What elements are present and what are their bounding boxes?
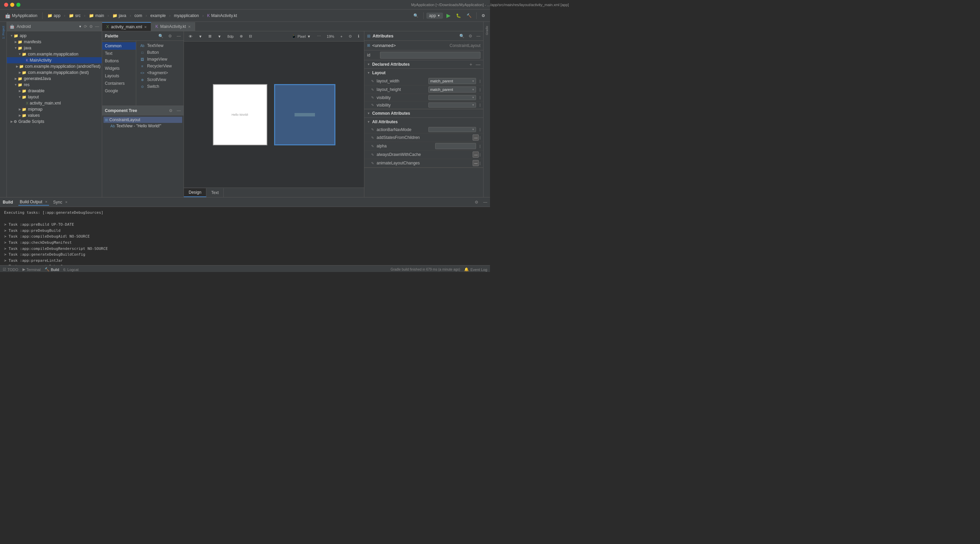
magnet-arrow-button[interactable]: ▼ xyxy=(216,34,223,39)
attr-search-icon[interactable]: 🔍 xyxy=(459,34,465,38)
tab-mainactivity-kt[interactable]: K MainActivity.kt ✕ xyxy=(151,22,195,31)
palette-item-fragment[interactable]: <> <fragment> xyxy=(138,70,182,76)
palette-item-switch[interactable]: ⊙ Switch xyxy=(138,83,182,90)
palette-cat-layouts[interactable]: Layouts xyxy=(102,72,136,80)
breadcrumb-java[interactable]: 📁 java xyxy=(110,13,128,19)
attr-section-all-header[interactable]: ▼ All Attributes xyxy=(364,118,483,126)
palette-item-scrollview[interactable]: ⊕ ScrollView xyxy=(138,76,182,83)
pencil-icon-action-bar[interactable]: ✎ xyxy=(371,128,374,131)
palette-search-icon[interactable]: 🔍 xyxy=(158,34,164,38)
minimize-button[interactable] xyxy=(10,3,14,7)
status-build[interactable]: 🔨 Build xyxy=(45,267,59,272)
visibility-2-side-btn[interactable]: | xyxy=(479,103,480,107)
close-tab-mainactivity-kt[interactable]: ✕ xyxy=(188,25,191,29)
breadcrumb-example[interactable]: example xyxy=(148,13,167,19)
close-sync-icon[interactable]: ✕ xyxy=(65,200,68,204)
phone-preview-normal[interactable]: Hello World! xyxy=(213,84,267,145)
build-button[interactable]: 🔨 xyxy=(465,13,474,19)
pencil-icon-layout-height[interactable]: ✎ xyxy=(371,88,374,92)
animate-layout-side-btn[interactable]: | xyxy=(479,161,480,165)
attr-dropdown-action-bar[interactable]: ▼ xyxy=(428,127,476,132)
palette-item-imageview[interactable]: 🖼 ImageView xyxy=(138,56,182,63)
status-terminal[interactable]: ▶ Terminal xyxy=(22,267,41,272)
search-button[interactable]: 🔍 xyxy=(411,13,420,19)
palette-cat-buttons[interactable]: Buttons xyxy=(102,57,136,65)
status-logcat[interactable]: 6: Logcat xyxy=(63,267,79,272)
attr-dropdown-layout-width[interactable]: match_parent ▼ xyxy=(428,78,476,84)
run-button[interactable]: ▶ xyxy=(444,11,453,19)
tree-item-gradle[interactable]: ▶ ⚙ Gradle Scripts xyxy=(7,118,102,125)
attr-dropdown-visibility-1[interactable]: ▼ xyxy=(428,95,476,100)
visibility-1-side-btn[interactable]: | xyxy=(479,95,480,99)
tree-item-layout[interactable]: ▼ 📁 layout xyxy=(7,94,102,100)
breadcrumb-com[interactable]: com xyxy=(132,13,145,19)
tree-item-drawable[interactable]: ▶ 📁 drawable xyxy=(7,88,102,94)
settings-button[interactable]: ⚙ xyxy=(479,13,487,19)
palette-cat-google[interactable]: Google xyxy=(102,87,136,95)
tree-item-pkg-main[interactable]: ▼ 📁 com.example.myapplication xyxy=(7,51,102,57)
zoom-level[interactable]: 19% xyxy=(325,34,336,39)
design-tab-text[interactable]: Text xyxy=(206,188,224,197)
build-tab-sync[interactable]: Sync ✕ xyxy=(52,199,69,205)
gradle-panel-toggle[interactable]: Gradle xyxy=(485,24,488,37)
project-name[interactable]: 🤖 MyApplication xyxy=(3,12,40,19)
status-todo[interactable]: ☑ TODO xyxy=(3,267,18,272)
always-drawn-side-btn[interactable]: | xyxy=(479,153,480,157)
attr-section-common-header[interactable]: ▼ Common Attributes xyxy=(364,109,483,118)
device-selector[interactable]: 📱 Pixel ▼ xyxy=(290,33,313,39)
pencil-icon-visibility-1[interactable]: ✎ xyxy=(371,95,374,99)
component-tree-minimize-icon[interactable]: — xyxy=(177,108,181,113)
component-tree-textview[interactable]: Ab TextView - "Hello World!" xyxy=(103,123,182,129)
pencil-icon-visibility-2[interactable]: ✎ xyxy=(371,103,374,107)
constraint-btn[interactable]: ⊕ xyxy=(238,33,245,39)
build-tab-output[interactable]: Build Output ✕ xyxy=(18,199,49,206)
palette-item-recyclerview[interactable]: ≡ RecyclerView xyxy=(138,63,182,70)
tree-item-generatedjava[interactable]: ▶ 📁 generatedJava xyxy=(7,76,102,82)
layout-width-side-btn[interactable]: | xyxy=(479,80,480,83)
declared-minus-button[interactable]: — xyxy=(476,62,480,67)
component-tree-gear-icon[interactable]: ⚙ xyxy=(169,108,173,113)
alpha-side-btn[interactable]: | xyxy=(479,144,480,148)
attr-input-alpha[interactable] xyxy=(435,143,476,149)
tree-item-activity-main-xml[interactable]: X activity_main.xml xyxy=(7,100,102,106)
tab-activity-main-xml[interactable]: X activity_main.xml ✕ xyxy=(102,22,151,31)
tree-item-manifests[interactable]: ▶ 📁 manifests xyxy=(7,39,102,45)
breadcrumb-mainactivity[interactable]: K MainActivity.kt xyxy=(205,13,239,19)
tree-item-mainactivity[interactable]: K MainActivity xyxy=(7,57,102,63)
tree-item-java[interactable]: ▼ 📁 java xyxy=(7,45,102,51)
always-drawn-toggle-btn[interactable]: — xyxy=(473,151,479,157)
breadcrumb-main[interactable]: 📁 main xyxy=(87,13,106,19)
sync-icon[interactable]: ⟳ xyxy=(84,24,87,29)
breadcrumb-app[interactable]: 📁 app xyxy=(45,13,63,19)
phone-preview-blueprint[interactable] xyxy=(274,84,336,145)
design-tab-design[interactable]: Design xyxy=(184,188,206,197)
build-settings-icon[interactable]: ⚙ xyxy=(475,200,479,205)
attr-section-layout-header[interactable]: ▼ Layout xyxy=(364,69,483,77)
breadcrumb-myapplication[interactable]: myapplication xyxy=(172,13,201,19)
tree-item-values[interactable]: ▶ 📁 values xyxy=(7,112,102,118)
close-button[interactable] xyxy=(4,3,8,7)
minimize-panel-icon[interactable]: — xyxy=(95,24,99,29)
status-event-log[interactable]: 🔔 Event Log xyxy=(464,267,487,272)
animate-layout-toggle-btn[interactable]: — xyxy=(473,160,479,166)
component-tree-constraint-layout[interactable]: ⊞ ConstraintLayout xyxy=(103,117,182,123)
layout-height-side-btn[interactable]: | xyxy=(479,88,480,92)
tree-item-res[interactable]: ▼ 📁 res xyxy=(7,82,102,88)
declared-add-button[interactable]: + xyxy=(469,62,472,67)
palette-settings-icon[interactable]: ⚙ xyxy=(168,34,172,38)
attr-dropdown-layout-height[interactable]: match_parent ▼ xyxy=(428,86,476,92)
tree-item-mipmap[interactable]: ▶ 📁 mipmap xyxy=(7,106,102,112)
action-bar-side-btn[interactable]: | xyxy=(479,128,480,131)
align-btn[interactable]: ⊟ xyxy=(247,33,254,39)
magnet-button[interactable]: ⊠ xyxy=(206,33,213,39)
build-minimize-icon[interactable]: — xyxy=(483,200,487,205)
palette-item-button[interactable]: □ Button xyxy=(138,49,182,56)
palette-item-textview[interactable]: Ab TextView xyxy=(138,42,182,49)
margin-button[interactable]: 8dp xyxy=(226,34,235,39)
palette-cat-common[interactable]: Common xyxy=(102,42,136,50)
pencil-icon-add-states[interactable]: ✎ xyxy=(371,136,374,140)
attr-settings-icon[interactable]: ⚙ xyxy=(469,34,472,38)
add-states-side-btn[interactable]: | xyxy=(479,136,480,140)
attr-dropdown-visibility-2[interactable]: ▼ xyxy=(428,102,476,108)
tree-item-app[interactable]: ▼ 📁 app xyxy=(7,33,102,39)
